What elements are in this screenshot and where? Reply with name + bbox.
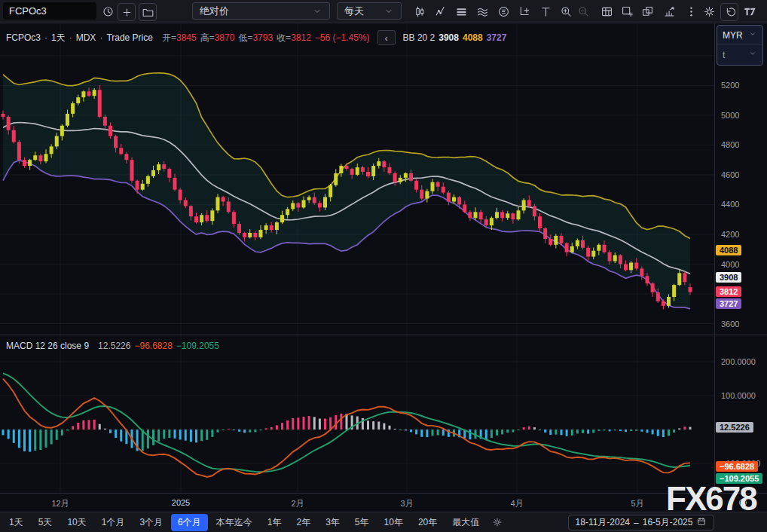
low-label: 低=: [238, 32, 252, 44]
price-label-badge: 4088: [716, 245, 741, 255]
chart-area[interactable]: FCPOc3 · 1天 · MDX · Trade Price 开=3845 高…: [0, 23, 767, 512]
close-label: 收=: [277, 32, 291, 44]
tradingview-logo[interactable]: [741, 3, 758, 20]
bb-indicator-title[interactable]: BB 20 2: [403, 32, 435, 43]
price-mode-value: 绝对价: [200, 5, 229, 18]
bollinger-bands-layer: [3, 73, 690, 309]
chevron-down-icon: [748, 49, 757, 60]
macd-indicator-title[interactable]: MACD 12 26 close 9: [6, 341, 89, 351]
currency-selector[interactable]: MYR: [717, 26, 762, 44]
macd-signal-value: −109.2055: [176, 341, 219, 351]
zoom-out-icon: [575, 3, 591, 20]
range-button[interactable]: 20年: [411, 514, 444, 531]
indicator-templates-icon[interactable]: [453, 3, 469, 20]
time-axis-label: 5月: [631, 498, 643, 509]
publish-chart-icon[interactable]: [661, 3, 677, 20]
economic-events-icon[interactable]: [495, 3, 512, 20]
layout-icon[interactable]: [639, 3, 655, 20]
date-range-button[interactable]: 18-11月-2024 – 16-5月-2025: [568, 515, 714, 530]
unit-value: t: [723, 50, 725, 60]
time-axis-label: 4月: [510, 498, 523, 509]
legend-exchange: MDX: [76, 32, 96, 43]
range-button[interactable]: 3个月: [133, 514, 170, 531]
range-button[interactable]: 3年: [319, 514, 347, 531]
close-value: 3812: [291, 32, 311, 43]
range-button[interactable]: 1年: [261, 514, 289, 531]
legend-interval[interactable]: 1天: [51, 32, 66, 44]
indicators-icon[interactable]: [432, 3, 449, 20]
collapse-legend-icon: ‹: [384, 32, 387, 44]
time-axis-separator: [0, 493, 767, 494]
bb-upper-value: 4088: [463, 32, 483, 43]
range-button[interactable]: 1天: [2, 514, 30, 531]
compare-waves-icon[interactable]: [474, 3, 490, 20]
time-axis[interactable]: 12月20252月3月4月5月: [0, 494, 767, 512]
high-label: 高=: [200, 32, 215, 44]
macd-legend: MACD 12 26 close 9 12.5226 −96.6828 −109…: [6, 341, 219, 351]
legend-separator: ·: [44, 32, 47, 43]
range-button[interactable]: 10年: [377, 514, 410, 531]
macd-line-value: −96.6828: [134, 341, 172, 351]
chart-scales-icon[interactable]: [516, 3, 533, 20]
legend-symbol[interactable]: FCPOc3: [6, 32, 41, 43]
symbol-search-box[interactable]: FCPOc3: [3, 2, 96, 20]
chevron-down-icon: [748, 29, 757, 41]
legend-separator: ·: [69, 32, 72, 43]
time-axis-label: 2025: [172, 498, 190, 507]
zoom-in-icon[interactable]: [558, 3, 574, 20]
price-label-badge: −109.2055: [716, 473, 762, 484]
price-chart-canvas[interactable]: [0, 23, 714, 494]
time-axis-label: 2月: [291, 498, 304, 509]
price-label-badge: 3812: [716, 286, 741, 297]
add-symbol-icon[interactable]: [118, 3, 136, 21]
range-button[interactable]: 本年迄今: [209, 514, 259, 531]
chevron-down-icon: [312, 6, 322, 17]
interval-value: 每天: [344, 5, 364, 18]
bb-lower-value: 3727: [487, 32, 507, 43]
macd-hist-value: 12.5226: [98, 341, 130, 351]
price-label-badge: −96.6828: [716, 461, 758, 472]
text-tool-icon[interactable]: [537, 3, 554, 20]
price-axis-unit-box: MYR t: [717, 25, 763, 66]
collapse-legend-button[interactable]: ‹: [377, 30, 396, 45]
low-value: 3793: [252, 32, 273, 43]
chevron-down-icon: [384, 6, 394, 17]
range-button[interactable]: 6个月: [171, 514, 208, 531]
calendar-icon: [696, 516, 707, 529]
axis-tick-label: 4600: [721, 170, 739, 179]
legend-series-type: Trade Price: [106, 32, 153, 43]
price-label-badge: 3908: [716, 272, 741, 283]
axis-tick-label: 5200: [721, 81, 739, 90]
clock-icon[interactable]: [99, 3, 116, 20]
macd-layer: [2, 373, 692, 477]
interval-dropdown[interactable]: 每天: [337, 2, 402, 20]
axis-tick-label: 4200: [721, 230, 739, 239]
axis-tick-label: 5000: [721, 111, 739, 120]
bb-basis-value: 3908: [439, 32, 459, 43]
timezone-clock-icon[interactable]: [737, 497, 749, 512]
axis-tick-label: 4800: [721, 140, 739, 149]
range-button[interactable]: 最大值: [445, 514, 486, 531]
legend-separator: ·: [99, 32, 102, 43]
more-options-icon[interactable]: [683, 3, 699, 20]
range-settings-icon[interactable]: [491, 516, 503, 528]
open-value: 3845: [176, 32, 197, 43]
settings-icon[interactable]: [701, 3, 717, 20]
unit-selector[interactable]: t: [717, 44, 762, 64]
snapshot-icon[interactable]: [619, 3, 635, 20]
price-axis[interactable]: MYR t 5200500048004600440042004000380036…: [715, 23, 767, 494]
grid-view-icon[interactable]: [598, 3, 615, 20]
range-button[interactable]: 10天: [60, 514, 93, 531]
chart-type-candles-icon[interactable]: [411, 3, 428, 20]
symbol-name: FCPOc3: [9, 5, 47, 17]
high-value: 3870: [215, 32, 235, 43]
reset-chart-icon[interactable]: [720, 3, 738, 21]
range-button[interactable]: 5天: [32, 514, 60, 531]
folder-icon[interactable]: [139, 3, 157, 21]
range-button[interactable]: 2年: [289, 514, 317, 531]
range-button[interactable]: 1个月: [95, 514, 132, 531]
pane-separator[interactable]: [0, 335, 767, 335]
time-axis-label: 3月: [400, 498, 413, 509]
range-button[interactable]: 5年: [348, 514, 376, 531]
price-mode-dropdown[interactable]: 绝对价: [192, 2, 330, 20]
